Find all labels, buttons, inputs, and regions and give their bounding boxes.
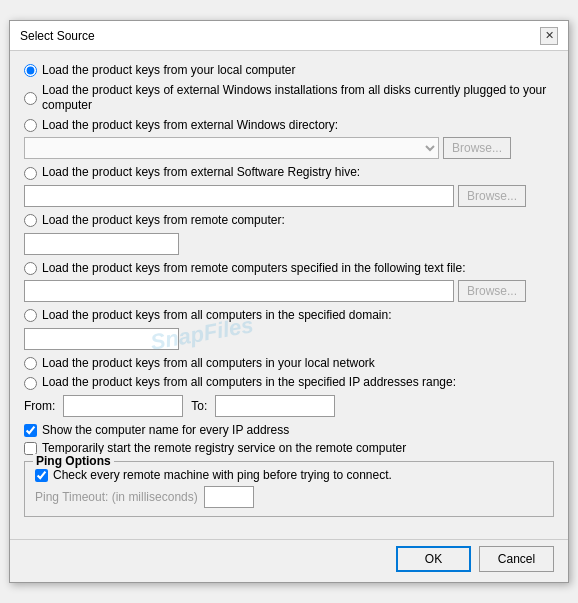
registry-hive-browse-button[interactable]: Browse... [458, 185, 526, 207]
title-bar: Select Source ✕ [10, 21, 568, 51]
ip-range-row: From: 192.168.0.1 To: 192.168.0.254 [24, 395, 554, 417]
windows-dir-select[interactable] [24, 137, 439, 159]
domain-input-row [24, 328, 554, 350]
cancel-button[interactable]: Cancel [479, 546, 554, 572]
radio-external-windows[interactable] [24, 92, 37, 105]
ping-check-label: Check every remote machine with ping bef… [53, 468, 392, 482]
ping-options-group: Ping Options Check every remote machine … [24, 461, 554, 517]
radio-ip-range-label: Load the product keys from all computers… [42, 375, 456, 391]
button-row: OK Cancel [10, 539, 568, 582]
ping-timeout-label: Ping Timeout: (in milliseconds) [35, 490, 198, 504]
radio-external-windows-label: Load the product keys of external Window… [42, 83, 554, 114]
option-row-8: Load the product keys from all computers… [24, 356, 554, 372]
temp-start-label: Temporarily start the remote registry se… [42, 441, 406, 455]
dialog-title: Select Source [20, 29, 95, 43]
radio-text-file[interactable] [24, 262, 37, 275]
radio-local-computer[interactable] [24, 64, 37, 77]
option-row-1: Load the product keys from your local co… [24, 63, 554, 79]
option-row-7: Load the product keys from all computers… [24, 308, 554, 324]
radio-windows-dir[interactable] [24, 119, 37, 132]
text-file-input[interactable] [24, 280, 454, 302]
radio-ip-range[interactable] [24, 377, 37, 390]
ping-options-title: Ping Options [33, 454, 114, 468]
from-ip-input[interactable]: 192.168.0.1 [63, 395, 183, 417]
radio-registry-hive[interactable] [24, 167, 37, 180]
show-computer-name-checkbox[interactable] [24, 424, 37, 437]
remote-computer-input[interactable] [24, 233, 179, 255]
registry-hive-input[interactable] [24, 185, 454, 207]
remote-computer-input-row [24, 233, 554, 255]
radio-domain[interactable] [24, 309, 37, 322]
close-button[interactable]: ✕ [540, 27, 558, 45]
option-row-4: Load the product keys from external Soft… [24, 165, 554, 181]
option-row-6: Load the product keys from remote comput… [24, 261, 554, 277]
option-row-5: Load the product keys from remote comput… [24, 213, 554, 229]
radio-domain-label: Load the product keys from all computers… [42, 308, 392, 324]
radio-local-network[interactable] [24, 357, 37, 370]
temp-start-row: Temporarily start the remote registry se… [24, 441, 554, 455]
show-computer-name-label: Show the computer name for every IP addr… [42, 423, 289, 437]
domain-input[interactable] [24, 328, 179, 350]
ping-check-row: Check every remote machine with ping bef… [35, 468, 543, 482]
windows-dir-input-row: Browse... [24, 137, 554, 159]
registry-hive-input-row: Browse... [24, 185, 554, 207]
radio-text-file-label: Load the product keys from remote comput… [42, 261, 466, 277]
option-row-9: Load the product keys from all computers… [24, 375, 554, 391]
ping-check-checkbox[interactable] [35, 469, 48, 482]
text-file-input-row: Browse... [24, 280, 554, 302]
text-file-browse-button[interactable]: Browse... [458, 280, 526, 302]
to-label: To: [191, 399, 207, 413]
radio-local-computer-label: Load the product keys from your local co… [42, 63, 295, 79]
radio-registry-hive-label: Load the product keys from external Soft… [42, 165, 360, 181]
radio-remote-computer[interactable] [24, 214, 37, 227]
ping-timeout-row: Ping Timeout: (in milliseconds) 50 [35, 486, 543, 508]
dialog-content: SnapFiles Load the product keys from you… [10, 51, 568, 582]
from-label: From: [24, 399, 55, 413]
option-row-3: Load the product keys from external Wind… [24, 118, 554, 134]
to-ip-input[interactable]: 192.168.0.254 [215, 395, 335, 417]
ping-timeout-input[interactable]: 50 [204, 486, 254, 508]
radio-windows-dir-label: Load the product keys from external Wind… [42, 118, 338, 134]
ok-button[interactable]: OK [396, 546, 471, 572]
show-computer-name-row: Show the computer name for every IP addr… [24, 423, 554, 437]
dialog-body: Load the product keys from your local co… [10, 51, 568, 535]
option-row-2: Load the product keys of external Window… [24, 83, 554, 114]
radio-remote-computer-label: Load the product keys from remote comput… [42, 213, 285, 229]
select-source-dialog: Select Source ✕ SnapFiles Load the produ… [9, 20, 569, 583]
radio-local-network-label: Load the product keys from all computers… [42, 356, 375, 372]
windows-dir-browse-button[interactable]: Browse... [443, 137, 511, 159]
